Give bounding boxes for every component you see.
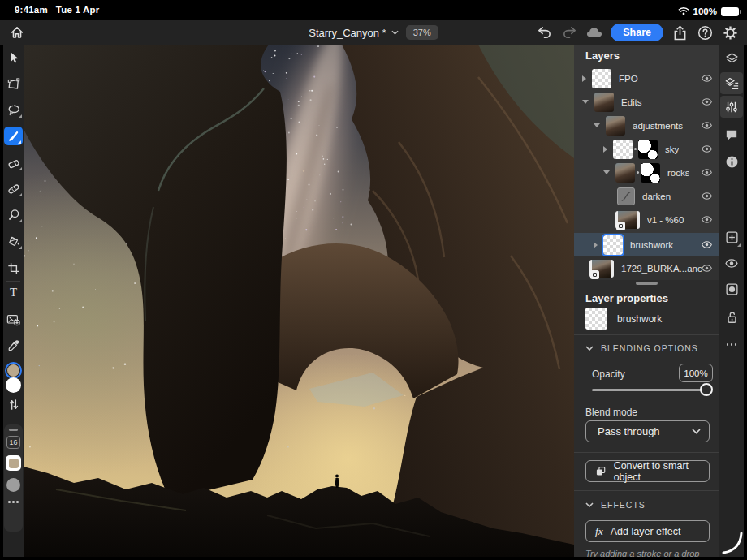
effects-header[interactable]: EFFECTS [585, 500, 646, 510]
eraser-tool[interactable] [3, 153, 24, 172]
layers-view-icon[interactable] [719, 48, 744, 70]
battery-percent: 100% [693, 6, 717, 16]
smart-object-thumbnail[interactable] [615, 211, 640, 229]
help-icon[interactable] [696, 24, 714, 41]
chevron-down-icon [391, 30, 399, 35]
layer-mask-thumbnail[interactable] [638, 140, 658, 159]
undo-button[interactable] [535, 24, 553, 41]
status-time: 9:41am [15, 5, 48, 15]
settings-gear-icon[interactable] [721, 24, 739, 41]
zoom-level-badge[interactable]: 37% [406, 25, 438, 40]
layer-row-fpo[interactable]: FPO [574, 67, 719, 90]
blend-mode-dropdown[interactable]: Pass through [585, 420, 710, 442]
panel-drag-handle[interactable] [9, 429, 18, 431]
person-silhouette [335, 475, 339, 489]
document-canvas[interactable] [24, 45, 574, 557]
lock-layer-button[interactable] [719, 306, 744, 328]
blending-options-header[interactable]: BLENDING OPTIONS [585, 343, 698, 353]
opacity-slider[interactable] [592, 383, 706, 396]
export-icon[interactable] [671, 24, 689, 41]
brush-size-field[interactable]: 16 [6, 436, 20, 449]
status-time-date: 9:41amTue 1 Apr [15, 5, 107, 15]
cloud-sync-icon[interactable] [585, 24, 603, 41]
layer-mask-thumbnail[interactable] [641, 163, 660, 183]
layer-label: brushwork [630, 240, 673, 250]
visibility-eye-icon[interactable] [702, 168, 712, 177]
layer-thumbnail[interactable] [594, 93, 614, 112]
comments-icon[interactable] [719, 124, 744, 146]
mask-link-dot [637, 171, 639, 174]
layer-row-edits[interactable]: Edits [574, 90, 719, 114]
visibility-eye-icon[interactable] [702, 264, 712, 273]
convert-to-smart-object-button[interactable]: Convert to smart object [585, 460, 710, 482]
healing-brush-tool[interactable] [3, 179, 24, 198]
layer-row-brushwork-selected[interactable]: brushwork [574, 233, 719, 256]
layer-label: v1 - %60 [647, 215, 684, 225]
swap-colors-button[interactable] [3, 395, 24, 414]
brush-color-chip[interactable] [6, 455, 21, 471]
collapse-chevron-icon[interactable] [594, 123, 600, 127]
layer-thumbnail[interactable] [592, 69, 611, 88]
blend-mode-label: Blend mode [585, 407, 637, 418]
redo-button[interactable] [560, 24, 578, 41]
background-color-swatch[interactable] [6, 377, 21, 393]
home-button[interactable] [9, 24, 25, 41]
share-button[interactable]: Share [611, 24, 663, 42]
smart-object-thumbnail[interactable] [589, 260, 614, 278]
place-image-tool[interactable] [3, 310, 24, 329]
layer-thumbnail[interactable] [615, 163, 635, 183]
document-title[interactable]: Starry_Canyon * [309, 27, 398, 39]
visibility-eye-icon[interactable] [702, 192, 712, 200]
collapse-chevron-icon[interactable] [582, 100, 589, 104]
layer-row-rocks[interactable]: rocks [574, 161, 719, 184]
layer-label: rocks [667, 168, 689, 178]
expand-chevron-icon[interactable] [603, 146, 607, 153]
battery-icon [721, 7, 739, 16]
more-options-button[interactable] [719, 334, 744, 355]
adjustments-sliders-icon[interactable] [720, 96, 743, 118]
curves-adjustment-thumbnail[interactable] [617, 187, 635, 205]
panel-drag-handle[interactable] [636, 282, 658, 285]
layer-thumbnail[interactable] [613, 140, 633, 159]
move-tool[interactable] [3, 49, 24, 67]
visibility-eye-icon[interactable] [702, 215, 712, 224]
dodge-tool[interactable] [3, 205, 24, 224]
visibility-eye-icon[interactable] [702, 121, 712, 130]
visibility-eye-icon[interactable] [702, 240, 712, 249]
visibility-eye-icon[interactable] [702, 144, 712, 153]
layer-row-sky[interactable]: sky [574, 137, 719, 161]
layer-properties-view-icon[interactable] [720, 72, 743, 94]
expand-chevron-icon[interactable] [582, 75, 586, 82]
collapse-chevron-icon[interactable] [603, 170, 610, 174]
brush-tool[interactable] [4, 127, 23, 145]
layer-thumbnail[interactable] [606, 116, 625, 136]
layer-row-1729[interactable]: 1729_BURKA...anced-NR33 [574, 256, 719, 280]
layer-row-darken[interactable]: darken [574, 184, 719, 208]
eyedropper-tool[interactable] [3, 336, 24, 355]
transform-tool[interactable] [3, 75, 24, 93]
foreground-color-swatch[interactable] [5, 362, 22, 379]
layer-row-v1[interactable]: v1 - %60 [574, 208, 719, 231]
brush-preview-circle[interactable] [6, 478, 20, 492]
add-layer-button[interactable] [719, 226, 744, 248]
add-layer-effect-button[interactable]: fx Add layer effect [585, 520, 710, 542]
fill-tool[interactable] [3, 232, 24, 251]
expand-chevron-icon[interactable] [594, 242, 598, 248]
layer-thumbnail[interactable] [603, 235, 623, 255]
crop-tool[interactable] [3, 259, 24, 278]
visibility-eye-icon[interactable] [702, 74, 712, 83]
visibility-eye-icon[interactable] [702, 97, 712, 106]
opacity-value-field[interactable]: 100% [679, 364, 713, 382]
screen-corner-highlight [722, 532, 743, 554]
info-icon[interactable] [719, 151, 744, 173]
layer-visibility-button[interactable] [719, 252, 744, 274]
selected-layer-name: brushwork [617, 313, 662, 325]
selected-layer-thumbnail [585, 308, 607, 330]
layer-row-adjustments[interactable]: adjustments [574, 114, 719, 137]
type-tool[interactable]: T [3, 283, 24, 302]
opacity-slider-knob[interactable] [700, 383, 713, 396]
brush-more-options[interactable] [4, 501, 23, 503]
lasso-select-tool[interactable] [3, 101, 24, 119]
layer-mask-button[interactable] [719, 278, 744, 300]
layer-label: FPO [619, 74, 638, 84]
